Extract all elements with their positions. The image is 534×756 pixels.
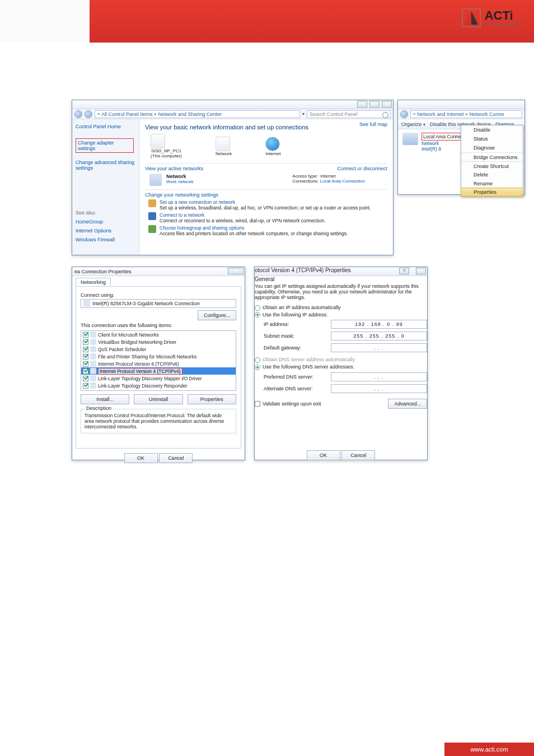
network-icon <box>216 137 230 151</box>
checkbox[interactable] <box>83 347 88 352</box>
computer-name: SISD_NP_PC1 <box>151 148 182 153</box>
validate-checkbox[interactable] <box>255 401 260 407</box>
computer-sub: (This computer) <box>151 153 182 158</box>
mask-field[interactable]: 255 . 255 . 255 . 0 <box>331 332 427 340</box>
disable-icon <box>463 127 470 133</box>
checkbox[interactable] <box>83 368 88 374</box>
change-advanced-sharing-link[interactable]: Change advanced sharing settings <box>76 160 135 171</box>
ipv4-properties-dialog: otocol Version 4 (TCP/IPv4) Properties ?… <box>254 267 428 460</box>
advanced-button[interactable]: Advanced... <box>388 399 427 409</box>
adapter-icon <box>402 133 418 145</box>
connection-link[interactable]: Local Area Connection <box>320 179 366 184</box>
internet-icon <box>265 137 280 151</box>
properties-icon <box>463 189 470 196</box>
protocol-list[interactable]: Client for Microsoft Networks VirtualBox… <box>81 330 236 391</box>
breadcrumb-dropdown-icon[interactable]: ▾ <box>302 111 305 116</box>
breadcrumb[interactable]: « Network and Internet ▸ Network Conne <box>410 110 522 118</box>
see-full-map-link[interactable]: See full map <box>359 122 387 127</box>
ctx-disable[interactable]: Disable <box>461 125 523 134</box>
connect-network-link[interactable]: Connect to a network <box>160 212 325 218</box>
ctx-rename[interactable]: Rename <box>461 179 523 188</box>
network-name: Network <box>166 174 186 179</box>
ok-button[interactable]: OK <box>307 450 340 460</box>
radio-use-ip[interactable] <box>255 312 260 318</box>
connect-using-label: Connect using: <box>81 292 236 298</box>
maximize-button[interactable] <box>369 101 380 108</box>
connect-disconnect-link[interactable]: Connect or disconnect <box>337 166 387 171</box>
item-label: QoS Packet Scheduler <box>98 347 146 352</box>
checkbox[interactable] <box>83 354 88 360</box>
breadcrumb[interactable]: « All Control Panel Items ▸ Network and … <box>95 110 300 118</box>
checkbox[interactable] <box>83 339 88 345</box>
breadcrumb-item[interactable]: All Control Panel Items <box>101 111 153 117</box>
dialog-titlebar[interactable]: otocol Version 4 (TCP/IPv4) Properties ?… <box>255 267 427 276</box>
nav-forward-icon[interactable] <box>85 110 92 118</box>
checkbox[interactable] <box>83 383 88 389</box>
close-button[interactable]: x <box>228 268 243 274</box>
close-button[interactable]: x <box>382 101 392 108</box>
gateway-field[interactable]: . . . <box>331 343 427 352</box>
checkbox[interactable] <box>83 361 88 367</box>
organize-menu[interactable]: Organize ▾ <box>401 122 425 127</box>
window-titlebar[interactable]: x <box>72 100 393 109</box>
cancel-button[interactable]: Cancel <box>341 450 375 460</box>
properties-button[interactable]: Properties <box>188 394 236 404</box>
item-icon <box>90 339 96 345</box>
ip-field[interactable]: 192 . 168 . 0 . 99 <box>331 320 427 329</box>
ctx-delete[interactable]: Delete <box>461 170 523 179</box>
radio-use-ip-label: Use the following IP address: <box>263 312 327 318</box>
breadcrumb-item[interactable]: Network Conne <box>470 111 504 117</box>
radio-auto-dns-label: Obtain DNS server address automatically <box>263 357 355 362</box>
internet-options-link[interactable]: Internet Options <box>76 228 135 234</box>
ctx-properties[interactable]: Properties <box>461 188 523 197</box>
nav-back-icon[interactable] <box>74 110 82 118</box>
breadcrumb-item[interactable]: Network and Sharing Center <box>158 111 222 117</box>
radio-use-dns[interactable] <box>255 365 260 370</box>
active-networks-header: View your active networks Connect or dis… <box>145 163 387 171</box>
ctx-status[interactable]: Status <box>461 134 523 143</box>
pdns-field[interactable]: . . . <box>331 372 427 381</box>
radio-auto-ip[interactable] <box>255 305 260 311</box>
nav-back-icon[interactable] <box>400 110 408 118</box>
change-adapter-settings-link[interactable]: Change adapter settings <box>76 138 134 153</box>
task-desc: Set up a wireless, broadband, dial-up, a… <box>160 205 371 211</box>
setup-connection-link[interactable]: Set up a new connection or network <box>160 199 371 205</box>
connections-label: Connections: <box>293 179 319 184</box>
dialog-title: ea Connection Properties <box>74 269 132 274</box>
ctx-bridge[interactable]: Bridge Connections <box>461 152 523 161</box>
checkbox[interactable] <box>83 332 88 338</box>
ctx-diagnose[interactable]: Diagnose <box>461 143 523 152</box>
item-icon <box>90 361 96 367</box>
general-tab[interactable]: General <box>255 276 275 282</box>
homegroup-link[interactable]: HomeGroup <box>76 219 135 225</box>
adns-field[interactable]: . . . <box>331 384 427 393</box>
checkbox[interactable] <box>83 376 88 381</box>
windows-firewall-link[interactable]: Windows Firewall <box>76 237 135 242</box>
breadcrumb-item[interactable]: Network and Internet <box>417 111 464 117</box>
context-menu: Disable Status Diagnose Bridge Connectio… <box>461 125 523 197</box>
install-button[interactable]: Install... <box>81 394 129 404</box>
search-input[interactable]: Search Control Panel <box>307 110 391 118</box>
description-group: Description Transmission Control Protoco… <box>81 409 236 433</box>
window-titlebar[interactable] <box>398 100 524 109</box>
dialog-title: otocol Version 4 (TCP/IPv4) Properties <box>255 267 351 273</box>
control-panel-home-link[interactable]: Control Panel Home <box>76 124 135 129</box>
cancel-button[interactable]: Cancel <box>159 453 193 463</box>
minimize-button[interactable] <box>357 101 367 108</box>
uninstall-button[interactable]: Uninstall <box>134 394 182 404</box>
item-icon <box>90 382 96 389</box>
networking-tab[interactable]: Networking <box>76 278 111 286</box>
network-type-link[interactable]: Work network <box>166 179 194 184</box>
task-icon <box>148 199 156 207</box>
radio-use-dns-label: Use the following DNS server addresses: <box>263 364 354 370</box>
brand-logo: ACTi Connecting Vision <box>461 8 521 28</box>
close-button[interactable]: x <box>416 268 426 274</box>
configure-button[interactable]: Configure... <box>198 310 236 320</box>
homegroup-options-link[interactable]: Choose homegroup and sharing options <box>160 225 348 231</box>
validate-label: Validate settings upon exit <box>263 401 321 407</box>
help-button[interactable]: ? <box>399 268 409 274</box>
dialog-titlebar[interactable]: ea Connection Properties x <box>72 267 245 276</box>
ctx-shortcut[interactable]: Create Shortcut <box>461 161 523 170</box>
ok-button[interactable]: OK <box>124 453 158 463</box>
computer-icon <box>151 134 165 148</box>
